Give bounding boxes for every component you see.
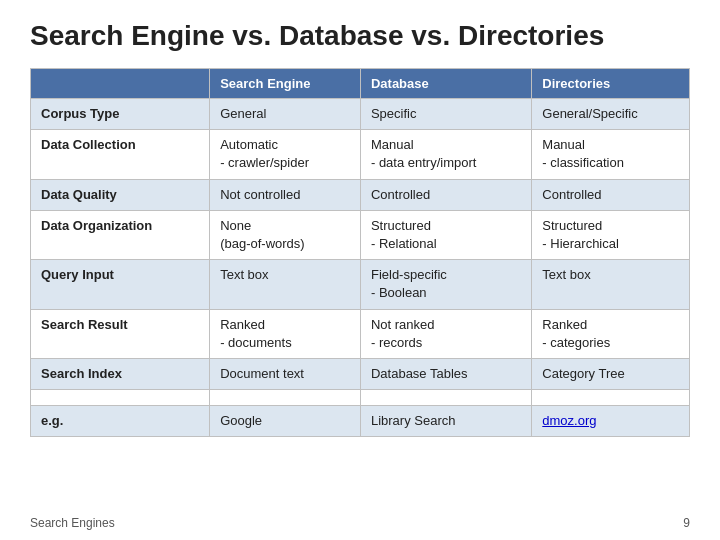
row-cell [360,390,531,406]
table-row: Data OrganizationNone (bag-of-words)Stru… [31,210,690,259]
row-label: e.g. [31,406,210,437]
row-cell: Controlled [360,179,531,210]
footer: Search Engines 9 [30,516,690,530]
row-label [31,390,210,406]
footer-label: Search Engines [30,516,115,530]
table-row: Data QualityNot controlledControlledCont… [31,179,690,210]
table-row: Corpus TypeGeneralSpecificGeneral/Specif… [31,99,690,130]
table-row: Query InputText boxField-specific - Bool… [31,260,690,309]
dmoz-link[interactable]: dmoz.org [542,413,596,428]
row-cell: Structured - Hierarchical [532,210,690,259]
row-cell: Ranked - categories [532,309,690,358]
table-row: Data CollectionAutomatic - crawler/spide… [31,130,690,179]
row-label: Search Result [31,309,210,358]
row-label: Corpus Type [31,99,210,130]
header-col-1: Search Engine [210,69,361,99]
header-empty [31,69,210,99]
row-cell: Text box [210,260,361,309]
row-label: Data Collection [31,130,210,179]
row-cell [210,390,361,406]
table-row: e.g.GoogleLibrary Searchdmoz.org [31,406,690,437]
table-row: Search IndexDocument textDatabase Tables… [31,358,690,389]
row-cell: Not controlled [210,179,361,210]
row-cell: dmoz.org [532,406,690,437]
row-cell: None (bag-of-words) [210,210,361,259]
row-cell [532,390,690,406]
row-cell: Controlled [532,179,690,210]
header-col-2: Database [360,69,531,99]
row-cell: Manual - classification [532,130,690,179]
row-cell: Field-specific - Boolean [360,260,531,309]
table-header-row: Search EngineDatabaseDirectories [31,69,690,99]
row-cell: Document text [210,358,361,389]
row-cell: Database Tables [360,358,531,389]
row-cell: Category Tree [532,358,690,389]
row-cell: General [210,99,361,130]
row-label: Search Index [31,358,210,389]
comparison-table-wrapper: Search EngineDatabaseDirectories Corpus … [30,68,690,510]
row-cell: Library Search [360,406,531,437]
row-cell: Automatic - crawler/spider [210,130,361,179]
row-label: Query Input [31,260,210,309]
header-col-3: Directories [532,69,690,99]
row-cell: Google [210,406,361,437]
row-label: Data Organization [31,210,210,259]
table-row: Search ResultRanked - documentsNot ranke… [31,309,690,358]
row-label: Data Quality [31,179,210,210]
row-cell: Specific [360,99,531,130]
row-cell: General/Specific [532,99,690,130]
row-cell: Structured - Relational [360,210,531,259]
page-title: Search Engine vs. Database vs. Directori… [30,20,690,52]
row-cell: Ranked - documents [210,309,361,358]
row-cell: Not ranked - records [360,309,531,358]
comparison-table: Search EngineDatabaseDirectories Corpus … [30,68,690,437]
table-row [31,390,690,406]
footer-page-number: 9 [683,516,690,530]
row-cell: Text box [532,260,690,309]
row-cell: Manual - data entry/import [360,130,531,179]
page: Search Engine vs. Database vs. Directori… [0,0,720,540]
